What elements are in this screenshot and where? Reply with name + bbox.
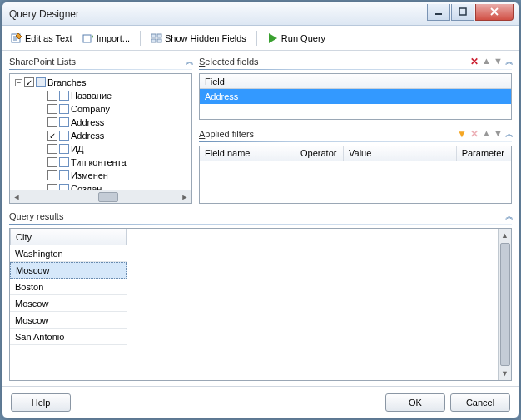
- ok-button[interactable]: OK: [385, 393, 445, 412]
- applied-filters-title: Applied filters: [199, 129, 254, 139]
- collapse-icon[interactable]: ︽: [186, 56, 192, 67]
- results-row[interactable]: Boston: [10, 279, 127, 295]
- selected-fields-header[interactable]: Field: [200, 74, 511, 89]
- results-row[interactable]: San Antonio: [10, 329, 127, 345]
- collapse-icon[interactable]: ︽: [505, 128, 512, 140]
- run-icon: [267, 32, 279, 44]
- maximize-button[interactable]: [451, 4, 474, 21]
- svg-rect-6: [151, 34, 156, 37]
- results-row[interactable]: Moscow: [10, 262, 127, 279]
- list-icon: [36, 77, 46, 87]
- collapse-icon[interactable]: ︽: [505, 56, 512, 67]
- checkbox[interactable]: ✓: [47, 131, 57, 141]
- checkbox[interactable]: [47, 117, 57, 127]
- field-icon: [59, 157, 69, 167]
- field-icon: [59, 117, 69, 127]
- checkbox[interactable]: [47, 91, 57, 101]
- svg-rect-1: [459, 8, 466, 15]
- move-up-icon: ▲: [482, 128, 490, 136]
- tree-label: Branches: [47, 77, 86, 87]
- scroll-thumb[interactable]: [98, 192, 118, 202]
- checkbox[interactable]: [47, 104, 57, 114]
- filter-columns[interactable]: Field name Operator Value Parameter: [200, 146, 511, 161]
- tree-node[interactable]: ✓Address: [12, 129, 190, 142]
- selected-fields-box[interactable]: Field Address: [199, 73, 512, 120]
- tree-label: Тип контента: [71, 157, 127, 167]
- edit-as-text-button[interactable]: Edit as Text: [7, 31, 76, 46]
- col-value[interactable]: Value: [344, 146, 457, 161]
- collapse-icon[interactable]: ︽: [505, 210, 512, 222]
- results-column-header[interactable]: City: [10, 229, 127, 245]
- selected-fields-title: Selected fields: [199, 57, 259, 67]
- minimize-button[interactable]: [427, 4, 450, 21]
- vertical-scrollbar[interactable]: ▲ ▼: [498, 229, 511, 380]
- close-button[interactable]: [475, 4, 514, 21]
- footer: Help OK Cancel: [2, 386, 519, 418]
- tree-label: Address: [71, 117, 104, 127]
- move-up-icon[interactable]: ▲: [482, 56, 490, 64]
- tree-node[interactable]: Company: [12, 102, 190, 116]
- tree-node[interactable]: Address: [12, 116, 190, 129]
- results-row[interactable]: Moscow: [10, 312, 127, 329]
- checkbox[interactable]: [47, 184, 57, 190]
- filters-box[interactable]: Field name Operator Value Parameter: [199, 146, 512, 204]
- scroll-thumb[interactable]: [500, 243, 510, 366]
- checkbox[interactable]: [47, 170, 57, 180]
- field-icon: [59, 131, 69, 141]
- edit-as-text-label: Edit as Text: [25, 33, 72, 43]
- titlebar[interactable]: Query Designer: [2, 2, 519, 26]
- cancel-button[interactable]: Cancel: [450, 393, 510, 412]
- scroll-left-icon[interactable]: ◄: [10, 191, 23, 203]
- col-parameter[interactable]: Parameter: [457, 146, 511, 161]
- window-controls: [427, 4, 519, 21]
- scroll-down-icon[interactable]: ▼: [499, 367, 511, 380]
- field-icon: [59, 144, 69, 154]
- scroll-right-icon[interactable]: ►: [178, 191, 191, 203]
- query-results-panel: Query results ︽ CityWashingtonMoscowBost…: [9, 209, 512, 386]
- delete-icon[interactable]: ✕: [470, 56, 479, 67]
- move-down-icon: ▼: [494, 128, 502, 136]
- toolbar-separator: [256, 31, 257, 46]
- tree-box[interactable]: −✓BranchesНазваниеCompanyAddress✓Address…: [9, 73, 192, 204]
- toolbar: Edit as Text Import... Show Hidden Field…: [2, 26, 519, 51]
- divider: [199, 69, 512, 70]
- checkbox[interactable]: ✓: [24, 77, 34, 87]
- import-label: Import...: [97, 33, 130, 43]
- results-box[interactable]: CityWashingtonMoscowBostonMoscowMoscowSa…: [9, 228, 512, 381]
- import-icon: [82, 32, 94, 44]
- divider: [9, 69, 192, 70]
- divider: [9, 224, 512, 225]
- help-button[interactable]: Help: [11, 393, 71, 412]
- checkbox[interactable]: [47, 157, 57, 167]
- checkbox[interactable]: [47, 144, 57, 154]
- results-row[interactable]: Washington: [10, 245, 127, 262]
- run-query-button[interactable]: Run Query: [264, 31, 329, 46]
- scroll-up-icon[interactable]: ▲: [499, 229, 511, 242]
- run-query-label: Run Query: [281, 33, 325, 43]
- filter-icon[interactable]: ▼: [457, 128, 467, 140]
- results-row[interactable]: Moscow: [10, 295, 127, 312]
- horizontal-scrollbar[interactable]: ◄ ►: [10, 190, 191, 203]
- svg-rect-5: [83, 35, 91, 42]
- move-down-icon[interactable]: ▼: [494, 56, 502, 64]
- toolbar-separator: [140, 31, 141, 46]
- tree-node[interactable]: Тип контента: [12, 156, 190, 169]
- delete-filter-icon: ✕: [470, 128, 479, 140]
- col-field-name[interactable]: Field name: [200, 146, 295, 161]
- col-operator[interactable]: Operator: [295, 146, 344, 161]
- tree-node[interactable]: Создан: [12, 182, 190, 190]
- selected-field-row[interactable]: Address: [200, 89, 511, 104]
- tree-node[interactable]: Изменен: [12, 169, 190, 182]
- collapse-icon[interactable]: −: [15, 79, 22, 86]
- tree-node[interactable]: Название: [12, 89, 190, 102]
- import-button[interactable]: Import...: [79, 31, 133, 46]
- sharepoint-lists-panel: SharePoint Lists ︽ −✓BranchesНазваниеCom…: [9, 54, 192, 204]
- show-hidden-fields-button[interactable]: Show Hidden Fields: [147, 31, 250, 46]
- tree-label: ИД: [71, 144, 83, 154]
- sharepoint-lists-title: SharePoint Lists: [9, 57, 76, 67]
- tree-label: Название: [71, 91, 112, 101]
- tree-node[interactable]: −✓Branches: [12, 76, 190, 89]
- content: SharePoint Lists ︽ −✓BranchesНазваниеCom…: [2, 51, 519, 386]
- tree-node[interactable]: ИД: [12, 142, 190, 156]
- tree-label: Создан: [71, 184, 102, 190]
